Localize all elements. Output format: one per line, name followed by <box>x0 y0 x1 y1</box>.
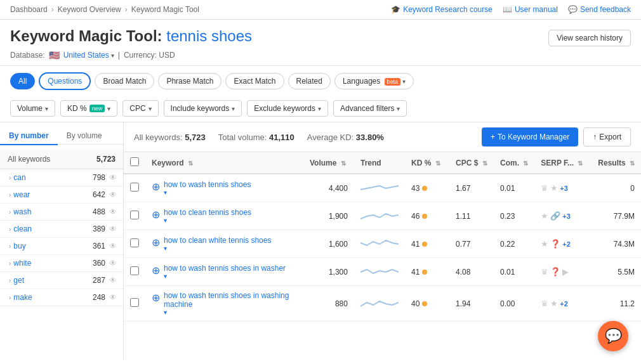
eye-icon-can[interactable]: 👁 <box>109 173 117 182</box>
eye-icon-wear[interactable]: 👁 <box>109 190 117 199</box>
trend-cell-2 <box>354 202 405 230</box>
sidebar-item-get[interactable]: › get 287 👁 <box>0 272 123 289</box>
serp-crown-icon-4: ♛ <box>541 267 548 276</box>
match-tab-row: All Questions Broad Match Phrase Match E… <box>10 72 631 90</box>
serp-plus-5: +2 <box>560 300 568 308</box>
row-checkbox-cell-4 <box>124 258 145 286</box>
breadcrumb-sep-1: › <box>51 5 54 14</box>
keyword-cell-2: ⊕ how to clean tennis shoes ▾ <box>145 202 303 230</box>
sidebar-item-buy[interactable]: › buy 361 👁 <box>0 238 123 255</box>
tab-all[interactable]: All <box>10 73 35 89</box>
col-header-serp[interactable]: SERP F... ⇅ <box>534 152 591 174</box>
cpc-filter-btn[interactable]: CPC ▾ <box>122 100 158 117</box>
eye-icon-buy[interactable]: 👁 <box>109 242 117 250</box>
user-manual-link[interactable]: 📖 User manual <box>503 5 558 14</box>
sidebar-item-wash[interactable]: › wash 488 👁 <box>0 204 123 221</box>
col-header-results[interactable]: Results ⇅ <box>591 152 641 174</box>
eye-icon-wash[interactable]: 👁 <box>109 207 117 216</box>
export-button[interactable]: ↑ Export <box>583 127 631 146</box>
volume-cell-3: 1,600 <box>303 230 354 258</box>
serp-q-icon-3: ❓ <box>550 239 560 249</box>
include-keywords-btn[interactable]: Include keywords ▾ <box>164 100 242 117</box>
sidebar-item-make[interactable]: › make 248 👁 <box>0 289 123 306</box>
sidebar-item-can[interactable]: › can 798 👁 <box>0 169 123 186</box>
db-info: Database: 🇺🇸 United States ▾ | Currency:… <box>10 50 631 60</box>
add-keyword-icon-5[interactable]: ⊕ <box>152 292 160 304</box>
eye-icon-get[interactable]: 👁 <box>109 276 117 285</box>
table-area: All keywords: 5,723 Total volume: 41,110… <box>124 122 641 360</box>
chat-button[interactable]: 💬 <box>598 321 628 351</box>
row-3-checkbox[interactable] <box>130 238 139 247</box>
add-keyword-icon-3[interactable]: ⊕ <box>152 237 160 249</box>
select-all-checkbox[interactable] <box>130 157 139 166</box>
view-history-button[interactable]: View search history <box>548 30 631 46</box>
view-tab-by-number[interactable]: By number <box>0 127 58 145</box>
keyword-link-2[interactable]: how to clean tennis shoes <box>164 208 251 217</box>
advanced-filters-btn[interactable]: Advanced filters ▾ <box>333 100 407 117</box>
keyword-link-1[interactable]: how to wash tennis shoes <box>164 180 251 189</box>
sidebar-item-clean[interactable]: › clean 389 👁 <box>0 221 123 238</box>
col-header-keyword[interactable]: Keyword ⇅ <box>145 152 303 174</box>
keyword-course-link[interactable]: 🎓 Keyword Research course <box>391 5 492 14</box>
table-body: ⊕ how to wash tennis shoes ▾ 4,400 <box>124 174 641 322</box>
eye-icon-white[interactable]: 👁 <box>109 259 117 268</box>
keyword-link-4[interactable]: how to wash tennis shoes in washer <box>164 264 286 273</box>
tab-exact-match[interactable]: Exact Match <box>225 73 284 89</box>
col-header-volume[interactable]: Volume ⇅ <box>303 152 354 174</box>
keywords-table: Keyword ⇅ Volume ⇅ Trend KD % ⇅ CPC $ ⇅ <box>124 152 641 322</box>
table-row: ⊕ how to wash tennis shoes in washer ▾ 1… <box>124 258 641 286</box>
advanced-chevron-icon: ▾ <box>397 105 400 112</box>
keyword-sort-icon: ⇅ <box>188 160 193 167</box>
keyword-link-5[interactable]: how to wash tennis shoes in washing mach… <box>164 291 297 309</box>
serp-sort-icon: ⇅ <box>578 160 583 167</box>
exclude-keywords-btn[interactable]: Exclude keywords ▾ <box>247 100 328 117</box>
serp-cell-2: ★ 🔗 +3 <box>534 202 591 230</box>
keyword-expand-icon-3[interactable]: ▾ <box>164 245 271 252</box>
beta-badge: beta <box>385 78 401 86</box>
serp-star-icon-2: ★ <box>541 211 548 221</box>
row-1-checkbox[interactable] <box>130 183 139 192</box>
eye-icon-make[interactable]: 👁 <box>109 293 117 302</box>
keyword-expand-icon-4[interactable]: ▾ <box>164 273 286 280</box>
add-keyword-icon-2[interactable]: ⊕ <box>152 209 160 221</box>
volume-cell-5: 880 <box>303 286 354 322</box>
col-header-com[interactable]: Com. ⇅ <box>494 152 534 174</box>
tab-questions[interactable]: Questions <box>39 72 91 90</box>
row-5-checkbox[interactable] <box>130 298 139 307</box>
tab-broad-match[interactable]: Broad Match <box>95 73 154 89</box>
table-row: ⊕ how to wash tennis shoes ▾ 4,400 <box>124 174 641 202</box>
tab-phrase-match[interactable]: Phrase Match <box>158 73 221 89</box>
tab-languages[interactable]: Languages beta ▾ <box>334 73 414 89</box>
sidebar-chevron-icon-can: › <box>9 174 11 181</box>
com-cell-1: 0.01 <box>494 174 534 202</box>
col-header-kd[interactable]: KD % ⇅ <box>405 152 449 174</box>
add-keyword-icon-4[interactable]: ⊕ <box>152 264 160 276</box>
breadcrumb-dashboard[interactable]: Dashboard <box>10 5 48 14</box>
volume-filter-btn[interactable]: Volume ▾ <box>10 100 55 117</box>
add-keyword-icon-1[interactable]: ⊕ <box>152 181 160 193</box>
send-feedback-link[interactable]: 💬 Send feedback <box>568 5 631 14</box>
kd-filter-btn[interactable]: KD % new ▾ <box>60 100 117 117</box>
main-content: By number By volume All keywords 5,723 ›… <box>0 122 641 360</box>
filter-row: Volume ▾ KD % new ▾ CPC ▾ Include keywor… <box>10 95 631 122</box>
eye-icon-clean[interactable]: 👁 <box>109 224 117 233</box>
keyword-cell-5: ⊕ how to wash tennis shoes in washing ma… <box>145 286 303 322</box>
results-cell-5: 11.2 <box>591 286 641 322</box>
keyword-manager-button[interactable]: + To Keyword Manager <box>482 127 578 146</box>
db-country-link[interactable]: United States ▾ <box>63 51 114 60</box>
sidebar-item-wear[interactable]: › wear 642 👁 <box>0 186 123 204</box>
sidebar-item-white[interactable]: › white 360 👁 <box>0 255 123 272</box>
breadcrumb-keyword-overview[interactable]: Keyword Overview <box>58 5 121 14</box>
row-checkbox-cell-3 <box>124 230 145 258</box>
row-4-checkbox[interactable] <box>130 266 139 275</box>
chat-icon: 💬 <box>605 328 622 344</box>
volume-sort-icon: ⇅ <box>341 160 346 167</box>
tab-related[interactable]: Related <box>288 73 331 89</box>
view-tab-by-volume[interactable]: By volume <box>58 127 111 145</box>
row-2-checkbox[interactable] <box>130 211 139 219</box>
col-header-cpc[interactable]: CPC $ ⇅ <box>449 152 494 174</box>
keyword-link-3[interactable]: how to clean white tennis shoes <box>164 236 271 245</box>
keyword-expand-icon-1[interactable]: ▾ <box>164 189 251 196</box>
keyword-expand-icon-5[interactable]: ▾ <box>164 309 297 316</box>
keyword-expand-icon-2[interactable]: ▾ <box>164 217 251 224</box>
